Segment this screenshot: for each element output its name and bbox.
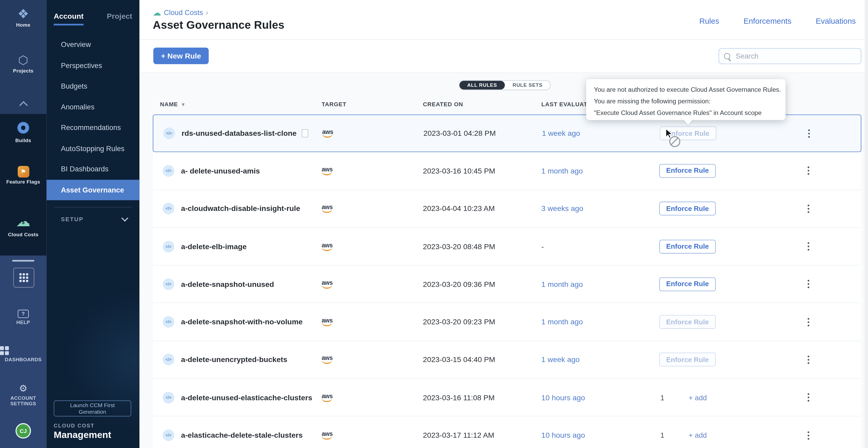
- last-evaluation-link[interactable]: 1 week ago: [542, 129, 580, 137]
- aws-target-icon: aws: [322, 280, 333, 289]
- user-avatar[interactable]: CJ: [16, 423, 31, 439]
- table-row[interactable]: </> a-delete-snapshot-unused aws 2023-03…: [153, 266, 861, 303]
- table-row[interactable]: </> rds-unused-databases-list-clone aws …: [153, 114, 861, 152]
- rule-name: a-delete-unencrypted-buckets: [181, 356, 287, 364]
- new-rule-button[interactable]: + New Rule: [153, 47, 209, 64]
- created-on-value: 2023-03-20 09:23 PM: [423, 318, 495, 326]
- sidebar-item-projects[interactable]: ⬡ Projects: [0, 54, 46, 74]
- last-evaluation-link[interactable]: 1 week ago: [541, 356, 580, 364]
- created-on-value: 2023-04-04 10:23 AM: [423, 205, 495, 213]
- setup-section-toggle[interactable]: SETUP: [61, 216, 127, 222]
- feature-flags-label: Feature Flags: [0, 179, 46, 185]
- tab-account[interactable]: Account: [54, 12, 83, 25]
- launch-ccm-first-gen-button[interactable]: Launch CCM First Generation: [54, 401, 131, 417]
- scrollbar-track[interactable]: [865, 0, 868, 448]
- rule-name: a- delete-unused-amis: [181, 167, 260, 175]
- enforce-rule-button[interactable]: Enforce Rule: [659, 315, 716, 329]
- row-menu-button[interactable]: [804, 429, 813, 441]
- nav-item-anomalies[interactable]: Anomalies: [46, 97, 140, 117]
- breadcrumb-cloud-costs-link[interactable]: Cloud Costs: [164, 8, 203, 16]
- last-evaluation-link[interactable]: 1 month ago: [541, 280, 583, 288]
- tab-project[interactable]: Project: [107, 12, 132, 25]
- sidebar-item-feature-flags[interactable]: ⚑ Feature Flags: [0, 166, 46, 184]
- rule-icon: </>: [163, 278, 175, 290]
- rule-name: a-elasticache-delete-stale-clusters: [181, 431, 303, 439]
- cloud-costs-label: Cloud Costs: [0, 232, 46, 237]
- copy-icon[interactable]: [302, 129, 308, 137]
- nav-item-recommendations[interactable]: Recommendations: [46, 117, 140, 138]
- created-on-value: 2023-03-16 11:08 PM: [423, 393, 495, 402]
- rule-icon: </>: [163, 203, 175, 214]
- column-header-name[interactable]: NAME▼: [160, 101, 186, 107]
- aws-target-icon: aws: [322, 129, 333, 138]
- last-evaluation-link[interactable]: 3 weeks ago: [541, 205, 583, 213]
- row-menu-button[interactable]: [804, 316, 813, 328]
- search-input[interactable]: [735, 51, 847, 61]
- table-row[interactable]: </> a-elasticache-delete-stale-clusters …: [153, 417, 861, 448]
- module-picker-button[interactable]: [13, 268, 34, 288]
- enforce-rule-button[interactable]: Enforce Rule: [660, 127, 716, 140]
- row-menu-button[interactable]: [804, 127, 813, 139]
- aws-target-icon: aws: [322, 242, 333, 251]
- sidebar-item-account-settings[interactable]: ⚙ ACCOUNT SETTINGS: [0, 384, 46, 407]
- cloud-costs-breadcrumb-icon: ☁: [153, 8, 161, 16]
- last-evaluation-link[interactable]: 10 hours ago: [541, 393, 585, 402]
- table-row[interactable]: </> a- delete-unused-amis aws 2023-03-16…: [153, 152, 861, 190]
- page-header: ☁ Cloud Costs › Asset Governance Rules R…: [140, 0, 868, 40]
- sidebar-item-home[interactable]: ❖ Home: [0, 8, 46, 28]
- aws-target-icon: aws: [322, 431, 333, 440]
- row-menu-button[interactable]: [804, 354, 813, 366]
- link-evaluations[interactable]: Evaluations: [816, 16, 856, 26]
- enforce-rule-button[interactable]: Enforce Rule: [659, 202, 716, 215]
- row-menu-button[interactable]: [804, 278, 813, 290]
- add-enforcement-link[interactable]: + add: [688, 393, 707, 402]
- toggle-rule-sets[interactable]: RULE SETS: [505, 81, 550, 90]
- permission-tooltip: You are not authorized to execute Cloud …: [586, 79, 785, 120]
- tooltip-line-3: "Execute Cloud Asset Governance Rules" i…: [594, 107, 786, 119]
- gear-icon: ⚙: [19, 384, 27, 393]
- rail-drag-handle[interactable]: [12, 260, 34, 262]
- enforce-rule-button[interactable]: Enforce Rule: [659, 239, 716, 253]
- projects-icon: ⬡: [18, 54, 28, 66]
- enforce-rule-button[interactable]: Enforce Rule: [659, 277, 716, 291]
- nav-item-asset-governance[interactable]: Asset Governance: [46, 179, 140, 200]
- column-header-target: TARGET: [322, 101, 346, 107]
- sidebar-item-dashboards[interactable]: DASHBOARDS: [0, 346, 46, 362]
- table-row[interactable]: </> a-delete-unencrypted-buckets aws 202…: [153, 341, 861, 379]
- row-menu-button[interactable]: [804, 391, 813, 404]
- sidebar-item-help[interactable]: ? HELP: [0, 307, 46, 325]
- nav-item-autostopping-rules[interactable]: AutoStopping Rules: [46, 138, 140, 159]
- nav-item-bi-dashboards[interactable]: BI Dashboards: [46, 159, 140, 179]
- row-menu-button[interactable]: [804, 165, 813, 177]
- rail-collapse-button[interactable]: [0, 101, 46, 111]
- table-row[interactable]: </> a-delete-snapshot-with-no-volume aws…: [153, 303, 861, 341]
- rules-view-toggle: ALL RULES RULE SETS: [459, 80, 551, 90]
- table-row[interactable]: </> a-delete-elb-image aws 2023-03-20 08…: [153, 228, 861, 266]
- builds-icon: [17, 122, 29, 134]
- add-enforcement-link[interactable]: + add: [688, 431, 707, 439]
- sidebar-item-builds[interactable]: Builds: [0, 122, 46, 143]
- table-row[interactable]: </> a-delete-unused-elasticache-clusters…: [153, 379, 861, 417]
- setup-label: SETUP: [61, 216, 84, 222]
- enforce-rule-button[interactable]: Enforce Rule: [659, 164, 716, 178]
- last-evaluation-link[interactable]: 1 month ago: [541, 318, 583, 326]
- rule-name: a-cloudwatch-disable-insight-rule: [181, 205, 300, 213]
- nav-item-budgets[interactable]: Budgets: [46, 76, 140, 97]
- table-row[interactable]: </> a-cloudwatch-disable-insight-rule aw…: [153, 190, 861, 228]
- nav-item-overview[interactable]: Overview: [46, 34, 140, 55]
- enforce-rule-button[interactable]: Enforce Rule: [659, 353, 716, 367]
- last-evaluation-link[interactable]: 10 hours ago: [541, 431, 585, 439]
- rule-name: a-delete-snapshot-with-no-volume: [181, 318, 303, 326]
- sidebar-item-cloud-costs[interactable]: ☁$ Cloud Costs: [0, 213, 46, 237]
- link-rules[interactable]: Rules: [700, 16, 719, 26]
- link-enforcements[interactable]: Enforcements: [743, 16, 791, 26]
- created-on-value: 2023-03-17 11:12 AM: [423, 431, 494, 439]
- toggle-all-rules[interactable]: ALL RULES: [460, 81, 505, 90]
- row-menu-button[interactable]: [804, 240, 813, 252]
- rule-icon: </>: [163, 429, 175, 441]
- row-menu-button[interactable]: [804, 203, 813, 215]
- main-content: ☁ Cloud Costs › Asset Governance Rules R…: [140, 0, 868, 448]
- chevron-down-icon: [121, 214, 128, 221]
- nav-item-perspectives[interactable]: Perspectives: [46, 55, 140, 76]
- last-evaluation-link[interactable]: 1 month ago: [541, 167, 583, 175]
